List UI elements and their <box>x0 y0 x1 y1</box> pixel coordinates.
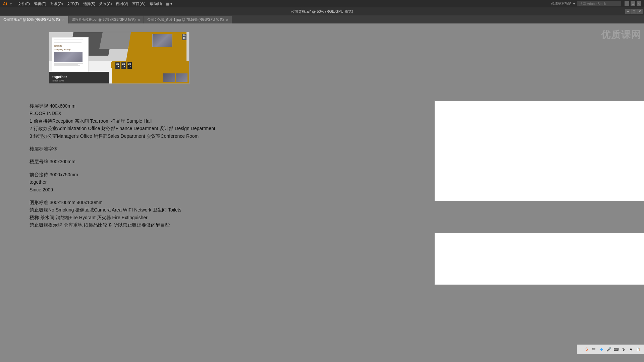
floor-font-section: 楼层标准字体 <box>30 145 215 153</box>
right-panel-2 <box>434 233 644 285</box>
ai-logo: Ai <box>3 1 7 6</box>
floor-font-text: 楼层标准字体 <box>30 145 215 153</box>
graphic-line3: 禁止吸烟提示牌 仓库重地 纸质品比较多 所以禁止吸烟要做的醒目些 <box>30 221 215 229</box>
taskbar-icon-a[interactable]: A <box>628 346 634 352</box>
menu-edit[interactable]: 编辑(E) <box>32 0 48 7</box>
floor-index-subtitle: FLOOR INDEX <box>30 110 215 117</box>
g-year-2018: 2018 <box>115 62 120 69</box>
taskbar-icon-keyboard[interactable]: ⌨ <box>613 346 619 352</box>
year-tags: 2020 <box>182 34 186 40</box>
floor-index-section: 楼层导视 400x600mm FLOOR INDEX 1 前台接待Recepti… <box>30 102 215 140</box>
floor-sign-section: 楼层号牌 300x300mm <box>30 158 215 165</box>
menu-help[interactable]: 帮助(H) <box>148 0 164 7</box>
reception-section: 前台接待 3000x750mm together Since 2009 <box>30 171 215 193</box>
doc-left-lines-top <box>54 40 86 43</box>
floor-index-line1: 1 前台接待Reception 茶水间 Tea room 样品厅 Sample … <box>30 117 215 125</box>
text-content: 楼层导视 400x600mm FLOOR INDEX 1 前台接待Recepti… <box>30 102 215 234</box>
doc-photo-left <box>54 52 83 62</box>
gold-year-tags: 2018 2019 2017 <box>115 62 132 69</box>
doc-bottom-bar: together Since 2008 <box>49 72 109 83</box>
taskbar-icon-s[interactable]: S <box>584 346 590 352</box>
tab-label-3: 公司文化墙_面板 1.jpg @ 70.59% (RGB/GPU 预览) <box>147 17 224 22</box>
year-2020: 2020 <box>182 34 186 40</box>
taskbar-icon-mic[interactable]: 🎤 <box>606 346 612 352</box>
line-3 <box>54 42 82 43</box>
menu-file[interactable]: 文件(F) <box>16 0 32 7</box>
gold-photo-2 <box>176 73 187 82</box>
title-close-btn[interactable]: ✕ <box>637 9 643 14</box>
tab-3[interactable]: 公司文化墙_面板 1.jpg @ 70.59% (RGB/GPU 预览) ✕ <box>144 16 232 23</box>
graphic-line2: 楼梯 茶水间 消防栓Fire Hydrant 灭火器 Fire Extingui… <box>30 214 215 221</box>
doc-gold-area: 2018 2019 2017 <box>112 61 189 83</box>
taskbar-icon-diamond[interactable]: ◆ <box>598 346 604 352</box>
title-window-controls: ─ □ ✕ <box>625 9 643 14</box>
tab-close-2[interactable]: ✕ <box>138 18 140 22</box>
tab-label-1: 公司导视.ai* @ 50% (RGB/GPU 预览) <box>3 17 60 22</box>
restore-btn[interactable]: □ <box>631 1 635 6</box>
since-text: Since 2008 <box>52 79 67 82</box>
menu-select[interactable]: 选择(S) <box>81 0 98 7</box>
doc-content: 2020 公司历程 Company history <box>49 32 189 83</box>
floor-index-title: 楼层导视 400x600mm <box>30 102 215 110</box>
right-panel-1 <box>434 101 644 201</box>
canvas-area: 优质课网 2020 <box>0 23 644 354</box>
title-text: 公司导视.ai* @ 50% (RGB/GPU 预览) <box>291 9 353 14</box>
taskbar-icon-clip[interactable]: 📋 <box>635 346 641 352</box>
tab-close-3[interactable]: ✕ <box>226 18 228 22</box>
floor-index-line3: 3 经理办公室Manager's Office 销售部Sales Departm… <box>30 132 215 140</box>
menu-bar-right: 传统基本功能 ▾ ─ □ ✕ <box>551 1 641 6</box>
doc-company-subtitle: Company history <box>54 49 86 51</box>
tab-active[interactable]: 公司导视.ai* @ 50% (RGB/GPU 预览) ✕ <box>0 16 68 23</box>
doc-preview: 2020 公司历程 Company history <box>49 32 190 84</box>
together-block: together Since 2008 <box>52 73 67 82</box>
search-input[interactable] <box>577 1 621 6</box>
title-restore-btn[interactable]: □ <box>631 9 637 14</box>
home-icon: ⌂ <box>10 1 12 6</box>
watermark: 优质课网 <box>601 28 641 41</box>
taskbar: S 中 ◆ 🎤 ⌨ 🖱 A 📋 <box>577 345 644 354</box>
title-minimize-btn[interactable]: ─ <box>625 9 631 14</box>
dark-shape-2 <box>99 32 133 49</box>
menu-effect[interactable]: 效果(C) <box>97 0 114 7</box>
line-2 <box>54 41 80 42</box>
gold-photos <box>163 73 187 82</box>
menu-object[interactable]: 对象(O) <box>48 0 65 7</box>
line-6 <box>54 65 80 66</box>
line-4 <box>54 63 83 64</box>
menu-view[interactable]: 视图(V) <box>114 0 130 7</box>
reception-title: 前台接待 3000x750mm <box>30 171 215 178</box>
together-text: together <box>52 75 67 79</box>
doc-left-inner: 公司历程 Company history <box>52 38 88 68</box>
taskbar-icon-mouse[interactable]: 🖱 <box>621 346 627 352</box>
gold-photo-1 <box>163 73 175 82</box>
floor-sign-text: 楼层号牌 300x300mm <box>30 158 215 165</box>
doc-company-title: 公司历程 <box>54 45 86 48</box>
line-1 <box>54 40 83 40</box>
floor-index-line2: 2 行政办公室Administration Office 财务部Finance … <box>30 125 215 132</box>
tab-close-1[interactable]: ✕ <box>62 18 65 22</box>
dropdown-arrow[interactable]: ▾ <box>573 2 575 6</box>
reception-line2: Since 2009 <box>30 186 215 193</box>
line-5 <box>54 64 78 65</box>
window-controls: ─ □ ✕ <box>625 1 641 6</box>
menu-bar: Ai ⌂ 文件(F) 编辑(E) 对象(O) 文字(T) 选择(S) 效果(C)… <box>0 0 644 7</box>
reception-line1: together <box>30 178 215 186</box>
menu-grid[interactable]: ▦ ▾ <box>164 0 174 7</box>
g-year-2017: 2017 <box>127 62 132 69</box>
g-year-2019: 2019 <box>121 62 126 69</box>
graphic-line1: 禁止吸烟No Smoking 摄像区域Camera Area WIFI Netw… <box>30 206 215 214</box>
tab-label-2: 课程片头模板.pdf @ 50% (RGB/GPU 预览) <box>72 17 136 22</box>
doc-left-lines-bottom <box>54 63 86 66</box>
traditional-btn[interactable]: 传统基本功能 <box>551 1 571 6</box>
menu-text[interactable]: 文字(T) <box>65 0 81 7</box>
title-bar: 公司导视.ai* @ 50% (RGB/GPU 预览) ─ □ ✕ <box>0 7 644 15</box>
close-btn[interactable]: ✕ <box>637 1 641 6</box>
tab-2[interactable]: 课程片头模板.pdf @ 50% (RGB/GPU 预览) ✕ <box>68 16 144 23</box>
menu-window[interactable]: 窗口(W) <box>130 0 148 7</box>
doc-photo-1 <box>152 34 172 47</box>
taskbar-icon-zh[interactable]: 中 <box>591 346 597 352</box>
tab-bar: 公司导视.ai* @ 50% (RGB/GPU 预览) ✕ 课程片头模板.pdf… <box>0 15 644 23</box>
graphic-title: 图形标准 300x100mm 400x100mm <box>30 199 215 206</box>
graphic-section: 图形标准 300x100mm 400x100mm 禁止吸烟No Smoking … <box>30 199 215 229</box>
minimize-btn[interactable]: ─ <box>625 1 629 6</box>
